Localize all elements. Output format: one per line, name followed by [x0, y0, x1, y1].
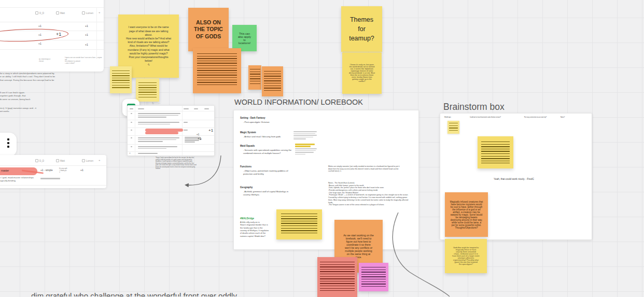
doc-heading: Maid Squads [240, 145, 255, 147]
sticky-note-unreadable[interactable] [317, 257, 357, 297]
sticky-text: Gods/btw might be tempted to magically i… [445, 245, 487, 267]
column-header-lumen: Lumen [82, 159, 93, 162]
sticky-text-lines [264, 71, 282, 91]
vote-count: +1 [198, 137, 201, 140]
vote-comment: It's nice w/it ~I think y/s ? [59, 167, 77, 174]
sticky-note-unreadable[interactable] [262, 66, 283, 96]
user-icon [56, 159, 59, 162]
sticky-note-themes-body[interactable]: I know it's early on, but given the worl… [342, 52, 382, 94]
sticky-text: I want everyone to be on the same page o… [118, 23, 179, 68]
vote-count: +1 [85, 24, 88, 27]
sticky-text-lines [112, 70, 130, 89]
highlighted-text-bar [295, 146, 311, 147]
canvas-text-block[interactable]: he was sure recently... I'll see if I ca… [0, 91, 75, 105]
sticky-text: As we start working on the lorebook, we'… [334, 232, 383, 261]
brainstorm-label: For easy connection via our own trip? [524, 117, 554, 119]
spreadsheet-preview[interactable]: + +1 +1 +1 [127, 105, 215, 156]
doc-green-heading: #MALDridge [240, 217, 254, 220]
doc-heading: Functions [240, 165, 251, 168]
lorebook-document[interactable]: Setting - Dark Fantasy - Post-apocalypti… [233, 110, 419, 250]
column-header-lumen: Lumen [82, 11, 93, 15]
brainstorm-label: World topic [444, 117, 467, 119]
vote-row-label: agical infusions from natural [0, 42, 27, 45]
red-highlighter-stroke [145, 132, 178, 134]
vote-count: +1 [38, 24, 41, 27]
sticky-text: ALSO ON THE TOPIC OF GODS [188, 17, 229, 43]
doc-bullet: - Ashfeld, grimmest atoll of capital Mia… [243, 190, 294, 196]
user-icon [35, 159, 38, 162]
column-header-matt: Matt [56, 159, 65, 162]
doc-paragraph: Notes - The South-East (Lumen) -Barren, … [328, 182, 411, 206]
vote-count: +1 [197, 133, 199, 136]
canvas-text-block[interactable]: ave that too (their dynamics). It (gap) … [0, 107, 75, 114]
context-menu-card[interactable] [0, 133, 17, 157]
doc-heading: Geography [240, 186, 253, 189]
sticky-note-small[interactable] [110, 66, 132, 93]
vote-row-label: / scroll [0, 24, 27, 27]
sticky-note-unreadable[interactable] [193, 48, 241, 93]
whiteboard-canvas[interactable]: D_D Matt Lumen + / scroll +1 +1 essing f… [0, 0, 644, 297]
sticky-note-small[interactable] [136, 78, 159, 102]
redacted-text-bar [40, 178, 60, 179]
highlighted-text-bar [295, 144, 315, 145]
footnote: I mean a see can consider favor / case o… [65, 57, 102, 64]
doc-heading: Magic System [240, 131, 256, 134]
brainstorm-label: Notes? [561, 117, 576, 119]
vote-count: +1 [80, 168, 83, 172]
column-header-matt: Matt [56, 11, 65, 15]
sticky-text: Themes for teamup? [341, 13, 382, 45]
sticky-text-lines [197, 53, 236, 86]
sticky-note-unreadable[interactable] [276, 209, 322, 239]
brainstorm-label: Could we've must brainstorm some themes … [470, 117, 517, 119]
user-icon [82, 159, 85, 162]
sticky-text-lines [361, 267, 386, 288]
brainstorm-caption: Yeah, that could work nicely. - FredC [478, 178, 550, 180]
sticky-note-themes-title[interactable]: Themes for teamup? [341, 6, 382, 52]
sticky-text-lines [138, 82, 157, 98]
doc-bullet: - Artifact and ritual / blessing from go… [243, 135, 295, 138]
column-header-dd: D_D [35, 11, 44, 15]
vote-row-label: master [1, 169, 9, 173]
sticky-note-topic-gods[interactable]: ALSO ON THE TOPIC OF GODS [188, 8, 229, 51]
vote-count: +1 [85, 43, 88, 46]
user-icon [82, 11, 85, 15]
canvas-text-clipped[interactable]: dim grateful who challenge at the wonder… [31, 291, 301, 296]
sticky-text-lines [281, 214, 317, 234]
user-icon [56, 11, 59, 15]
sticky-text-lines [481, 142, 510, 163]
sheet-plus: + [129, 151, 131, 154]
sticky-note-gods-tempted[interactable]: Gods/btw might be tempted to magically i… [445, 239, 487, 273]
vote-row-label: entity devotion and [0, 53, 27, 56]
sticky-note-unreadable[interactable] [478, 136, 513, 168]
doc-paragraph: Males are simply sweatier (not really ne… [328, 165, 401, 173]
user-icon [35, 11, 38, 15]
embed-toolbar-icons[interactable]: ⛶ ↻ ⋯ [146, 102, 162, 105]
footnote: we, metal merge or chat am [39, 59, 62, 62]
sticky-text-lines [250, 69, 260, 84]
sticky-note-unreadable[interactable] [248, 65, 261, 90]
sticky-text-lines [320, 262, 354, 291]
sticky-note-locations[interactable]: This can also apply to locations! [232, 25, 257, 51]
vote-count: +1 [85, 33, 88, 36]
lorebook-title[interactable]: WORLD INFORMATION/ LOREBOOK [234, 98, 363, 106]
vote-count: +1 [38, 42, 41, 45]
sticky-note-monsters[interactable]: Magically infused creatures that have be… [445, 192, 488, 237]
doc-bullet: - Post-apocalyptic Victorian [243, 121, 295, 124]
add-column-button[interactable]: + [99, 11, 101, 14]
doc-heading: Setting - Dark Fantasy [240, 117, 265, 119]
sticky-note-small[interactable] [447, 121, 459, 134]
brainstorm-title[interactable]: Brainstorm box [443, 102, 505, 112]
vote-table-panel-bottom[interactable]: D_D Matt Lumen + master +1 - simple It's… [0, 155, 106, 188]
sticky-text: This can also apply to locations! [232, 30, 257, 47]
add-column-button[interactable]: + [99, 159, 101, 162]
sticky-text: Magically infused creatures that have be… [445, 199, 488, 231]
column-header-dd: D_D [35, 159, 44, 162]
canvas-text-block[interactable]: It was a few years back for a story in w… [0, 72, 109, 86]
doc-bullet: - (Slip) Lazixa, patron/own roaming godd… [243, 169, 294, 175]
sticky-text: I know it's early on, but given the worl… [342, 62, 382, 84]
vote-row-label: r / god, maid-master relationships agica… [0, 176, 62, 182]
doc-bullet: - Servants with specialized capabilities… [243, 149, 292, 154]
sticky-note-unreadable[interactable] [359, 263, 388, 291]
sticky-text-lines [449, 123, 457, 131]
canvas-micro-note[interactable]: Things I had to parse down the line for … [156, 157, 197, 170]
